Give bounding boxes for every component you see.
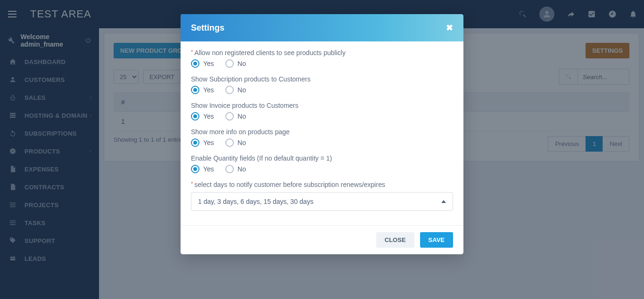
setting-notify-days-label: *select days to notify customer before s…: [191, 181, 453, 188]
allow-public-yes-radio[interactable]: Yes: [191, 59, 214, 68]
show-subscription-yes-radio[interactable]: Yes: [191, 86, 214, 94]
modal-header: Settings ✖: [181, 14, 463, 41]
setting-enable-quantity-label: Enable Quantity fields (If no default qu…: [191, 154, 453, 162]
modal-close-button[interactable]: CLOSE: [376, 232, 414, 248]
enable-quantity-no-radio[interactable]: No: [225, 165, 246, 173]
show-invoice-yes-radio[interactable]: Yes: [191, 112, 214, 121]
show-more-info-yes-radio[interactable]: Yes: [191, 138, 214, 147]
show-invoice-no-radio[interactable]: No: [225, 112, 246, 121]
modal-body: *Allow non registered clients to see pro…: [181, 41, 463, 225]
setting-show-invoice-label: Show Invoice products to Customers: [191, 102, 453, 109]
setting-show-subscription-label: Show Subcription products to Customers: [191, 75, 453, 83]
modal-save-button[interactable]: SAVE: [420, 232, 453, 248]
close-icon[interactable]: ✖: [446, 23, 453, 33]
show-subscription-no-radio[interactable]: No: [225, 86, 246, 94]
allow-public-no-radio[interactable]: No: [225, 59, 246, 68]
notify-days-value: 1 day, 3 days, 6 days, 15 days, 30 days: [198, 198, 314, 205]
modal-title: Settings: [191, 23, 224, 33]
show-more-info-no-radio[interactable]: No: [225, 138, 246, 147]
setting-show-more-info-label: Show more info on products page: [191, 128, 453, 136]
setting-allow-public-label: *Allow non registered clients to see pro…: [191, 49, 453, 57]
modal-footer: CLOSE SAVE: [181, 225, 463, 254]
notify-days-dropdown[interactable]: 1 day, 3 days, 6 days, 15 days, 30 days: [191, 192, 453, 211]
settings-modal: Settings ✖ *Allow non registered clients…: [181, 14, 463, 254]
enable-quantity-yes-radio[interactable]: Yes: [191, 165, 214, 173]
caret-up-icon: [441, 200, 446, 203]
